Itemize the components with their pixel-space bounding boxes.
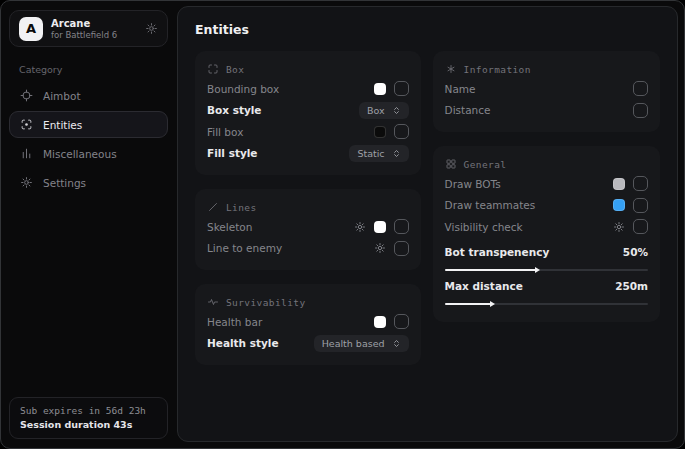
sidebar-item-label: Settings bbox=[43, 177, 86, 189]
draw-teammates-checkbox[interactable] bbox=[633, 198, 648, 213]
sidebar-item-settings[interactable]: Settings bbox=[9, 169, 168, 196]
general-card: General Draw BOTs Draw teammates bbox=[433, 146, 660, 322]
color-swatch[interactable] bbox=[374, 221, 386, 233]
lines-card: Lines Skeleton bbox=[195, 189, 421, 270]
bars-icon bbox=[20, 147, 33, 160]
draw-bots-checkbox[interactable] bbox=[633, 176, 648, 191]
information-card: Information Name Distance bbox=[433, 51, 660, 132]
app-window: A Arcane for Battlefield 6 Category bbox=[0, 0, 685, 449]
survivability-card: Survivability Health bar Health style He… bbox=[195, 284, 421, 365]
sidebar: A Arcane for Battlefield 6 Category bbox=[1, 1, 176, 448]
skeleton-checkbox[interactable] bbox=[394, 219, 409, 234]
distance-checkbox[interactable] bbox=[633, 103, 648, 118]
setting-label: Fill style bbox=[207, 147, 257, 159]
sidebar-item-entities[interactable]: Entities bbox=[9, 111, 168, 138]
slider-fill bbox=[445, 269, 537, 271]
select-value: Static bbox=[357, 148, 384, 159]
slider-thumb[interactable] bbox=[535, 267, 540, 273]
left-column: Box Bounding box Box style Box bbox=[195, 51, 421, 365]
brand-name: Arcane bbox=[51, 18, 117, 29]
health-style-select[interactable]: Health based bbox=[314, 335, 409, 352]
select-value: Box bbox=[367, 105, 385, 116]
sidebar-nav: Aimbot Entities Miscellaneous bbox=[9, 82, 168, 198]
subscription-card: Sub expires in 56d 23h Session duration … bbox=[9, 397, 168, 439]
fill-box-checkbox[interactable] bbox=[394, 124, 409, 139]
card-title: General bbox=[464, 159, 507, 170]
slider-thumb[interactable] bbox=[490, 301, 495, 307]
page-title: Entities bbox=[195, 22, 660, 37]
slider-value: 50% bbox=[623, 246, 648, 258]
color-swatch[interactable] bbox=[613, 178, 625, 190]
setting-label: Line to enemy bbox=[207, 242, 282, 254]
setting-label: Bounding box bbox=[207, 83, 279, 95]
slider-label: Max distance bbox=[445, 280, 523, 292]
card-title: Information bbox=[464, 64, 531, 75]
color-swatch[interactable] bbox=[613, 199, 625, 211]
health-bar-checkbox[interactable] bbox=[394, 314, 409, 329]
slider-fill bbox=[445, 303, 492, 305]
sidebar-item-miscellaneous[interactable]: Miscellaneous bbox=[9, 140, 168, 167]
slider-value: 250m bbox=[615, 280, 648, 292]
card-title: Survivability bbox=[226, 297, 306, 308]
category-label: Category bbox=[19, 64, 158, 75]
gear-icon[interactable] bbox=[613, 221, 625, 233]
setting-label: Draw teammates bbox=[445, 199, 536, 211]
setting-label: Draw BOTs bbox=[445, 178, 501, 190]
pulse-icon bbox=[207, 296, 219, 308]
bot-transparency-slider[interactable] bbox=[445, 269, 648, 271]
box-style-select[interactable]: Box bbox=[359, 102, 409, 119]
chevron-up-down-icon bbox=[392, 149, 401, 158]
slider-label: Bot transpenency bbox=[445, 246, 550, 258]
brand-logo: A bbox=[19, 17, 43, 41]
card-title: Box bbox=[226, 64, 244, 75]
visibility-check-checkbox[interactable] bbox=[633, 219, 648, 234]
card-title: Lines bbox=[226, 202, 257, 213]
bot-transparency-group: Bot transpenency 50% bbox=[445, 243, 648, 271]
right-column: Information Name Distance bbox=[433, 51, 660, 365]
brand-subtitle: for Battlefield 6 bbox=[51, 30, 117, 40]
crop-corners-icon bbox=[207, 63, 219, 75]
session-duration-text: Session duration 43s bbox=[20, 419, 157, 430]
main-panel: Entities Box Bounding box bbox=[177, 6, 678, 442]
setting-label: Fill box bbox=[207, 126, 243, 138]
chevron-up-down-icon bbox=[392, 339, 401, 348]
gear-icon bbox=[20, 176, 33, 189]
bounding-box-checkbox[interactable] bbox=[394, 81, 409, 96]
setting-label: Distance bbox=[445, 104, 491, 116]
scan-icon bbox=[20, 118, 33, 131]
crosshair-icon bbox=[20, 89, 33, 102]
setting-label: Skeleton bbox=[207, 221, 252, 233]
max-distance-slider[interactable] bbox=[445, 303, 648, 305]
diagonal-line-icon bbox=[207, 201, 219, 213]
sub-expiry-text: Sub expires in 56d 23h bbox=[20, 405, 157, 416]
sidebar-item-label: Entities bbox=[43, 119, 82, 131]
setting-label: Name bbox=[445, 83, 476, 95]
box-card: Box Bounding box Box style Box bbox=[195, 51, 421, 175]
fill-style-select[interactable]: Static bbox=[349, 145, 408, 162]
setting-label: Box style bbox=[207, 104, 261, 116]
gear-icon[interactable] bbox=[145, 22, 158, 35]
brand-card: A Arcane for Battlefield 6 bbox=[9, 10, 168, 47]
setting-label: Health bar bbox=[207, 316, 262, 328]
line-to-enemy-checkbox[interactable] bbox=[394, 241, 409, 256]
max-distance-group: Max distance 250m bbox=[445, 277, 648, 305]
sidebar-item-label: Miscellaneous bbox=[43, 148, 117, 160]
grid-icon bbox=[445, 158, 457, 170]
sidebar-item-label: Aimbot bbox=[43, 90, 81, 102]
brand-text: Arcane for Battlefield 6 bbox=[51, 18, 117, 40]
select-value: Health based bbox=[322, 338, 385, 349]
setting-label: Visibility check bbox=[445, 221, 523, 233]
color-swatch[interactable] bbox=[374, 126, 386, 138]
sidebar-item-aimbot[interactable]: Aimbot bbox=[9, 82, 168, 109]
setting-label: Health style bbox=[207, 337, 279, 349]
color-swatch[interactable] bbox=[374, 83, 386, 95]
gear-icon[interactable] bbox=[374, 242, 386, 254]
chevron-up-down-icon bbox=[392, 106, 401, 115]
asterisk-icon bbox=[445, 63, 457, 75]
name-checkbox[interactable] bbox=[633, 81, 648, 96]
gear-icon[interactable] bbox=[354, 221, 366, 233]
color-swatch[interactable] bbox=[374, 316, 386, 328]
